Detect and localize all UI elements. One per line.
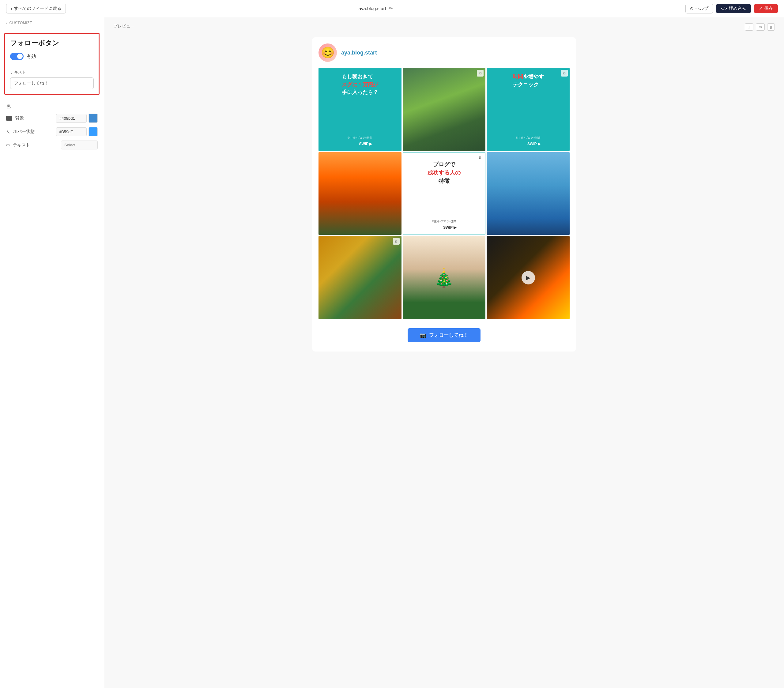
embed-button-label: 埋め込み [729,6,746,12]
bg-color-input-wrap [56,114,98,123]
bg-color-text-input[interactable] [56,114,87,123]
grid-item-7: ⧉ [318,236,402,319]
topbar: ‹ すべてのフィードに戻る aya.blog.start ✏ ⊙ ヘルプ </>… [0,0,784,17]
site-name-label: aya.blog.start [359,6,386,11]
grid-item-9: ▶ [487,236,570,319]
xmas-tree: ★ 🎄 [403,236,486,319]
play-icon: ▶ [522,271,535,285]
copy-icon-2: ⧉ [477,70,484,77]
copy-icon-5: ⧉ [476,154,483,161]
card-swip-3: SWIP ▶ [516,142,540,146]
preview-desktop-icon[interactable]: ⊞ [745,23,753,31]
hover-color-row: ↖ ホバー状態 [6,127,98,136]
back-button[interactable]: ‹ すべてのフィードに戻る [6,4,66,13]
customize-chevron-icon: ‹ [6,21,8,25]
customize-header: ‹ CUSTOMIZE [0,17,104,29]
grid-item-3: 時間を増やすテクニック ⧉ ©主婦×ブログ×開業 SWIP ▶ [487,68,570,151]
color-section: 色 背景 ↖ ホバー状態 ▭ [0,99,104,159]
follow-button[interactable]: 📷 フォローしてね！ [408,328,481,342]
toggle-row: 有効 [10,53,94,60]
follow-button-label: フォローしてね！ [429,332,468,339]
help-button-label: ヘルプ [695,6,708,12]
preview-mobile-icon[interactable]: ▯ [767,23,775,31]
card-copy-3: ©主婦×ブログ×開業 [516,136,540,140]
grid-item-2: ⧉ [403,68,486,151]
preview-toolbar: ⊞ ▭ ▯ [745,23,775,31]
photo-sunset [318,152,402,235]
card-swip-1: SWIP ▶ [348,142,372,146]
customize-label: CUSTOMIZE [10,21,33,25]
text-section-label: テキスト [10,69,94,75]
feed-container: 😊 aya.blog.start もし朝おきてスグに１万円が手に入ったら？ ©主… [312,37,576,352]
checkmark-icon: ✓ [759,6,763,11]
embed-code-icon: </> [721,6,727,11]
text-color-select[interactable] [61,140,98,150]
grid-item-5: ⧉ ブログで成功する人の特徴 ©主婦×ブログ×開業 SWIP ▶ [403,152,486,235]
embed-button[interactable]: </> 埋め込み [716,4,751,13]
card-copy-5: ©主婦×ブログ×開業 [432,219,456,224]
card-swip-5: SWIP ▶ [432,225,456,230]
photo-fire: ▶ [487,236,570,319]
section-title: フォローボタン [10,39,94,48]
color-section-title: 色 [6,104,98,109]
hover-color-swatch[interactable] [89,127,98,136]
main-layout: ‹ CUSTOMIZE フォローボタン 有効 テキスト 色 背景 [0,17,784,688]
card-text-1: もし朝おきてスグに１万円が手に入ったら？ [342,73,378,96]
save-button-label: 保存 [764,6,773,12]
back-button-label: すべてのフィードに戻る [14,6,61,12]
photo-sky [487,152,570,235]
copy-icon-7: ⧉ [393,238,400,245]
toggle-label: 有効 [26,54,36,59]
hover-color-input-wrap [56,127,98,136]
avatar: 😊 [318,43,337,62]
card-copy-1: ©主婦×ブログ×開業 [348,136,372,140]
preview-label: プレビュー [113,23,135,29]
help-circle-icon: ⊙ [690,6,693,11]
copy-icon-3: ⧉ [561,70,568,77]
card-white-5: ⧉ ブログで成功する人の特徴 ©主婦×ブログ×開業 SWIP ▶ [403,152,486,235]
bg-color-label: 背景 [15,115,53,121]
instagram-icon: 📷 [420,332,427,339]
preview-area: プレビュー ⊞ ▭ ▯ 😊 aya.blog.start [104,17,784,688]
text-color-icon: ▭ [6,143,10,147]
feed-username: aya.blog.start [341,49,377,56]
topbar-center: aya.blog.start ✏ [359,5,393,12]
feed-header: 😊 aya.blog.start [318,43,570,62]
back-chevron-icon: ‹ [11,6,12,11]
bg-color-row: 背景 [6,114,98,123]
photo-food: ⧉ [318,236,402,319]
grid-item-1: もし朝おきてスグに１万円が手に入ったら？ ©主婦×ブログ×開業 SWIP ▶ [318,68,402,151]
help-button[interactable]: ⊙ ヘルプ [685,4,713,13]
cursor-icon: ↖ [6,129,10,135]
bg-color-swatch[interactable] [89,114,98,123]
follow-button-wrap: 📷 フォローしてね！ [318,325,570,346]
card-line-5 [438,188,450,188]
enabled-toggle[interactable] [10,53,23,60]
text-color-row: ▭ テキスト [6,140,98,150]
topbar-left: ‹ すべてのフィードに戻る [6,4,66,13]
button-text-input[interactable] [10,77,94,89]
hover-color-label: ホバー状態 [13,129,53,134]
grid-item-6 [487,152,570,235]
card-text-3: 時間を増やすテクニック [513,73,544,89]
photo-xmas: ★ 🎄 [403,236,486,319]
grid-item-8: ★ 🎄 [403,236,486,319]
text-color-label: テキスト [13,142,58,148]
preview-tablet-icon[interactable]: ▭ [756,23,765,31]
topbar-right: ⊙ ヘルプ </> 埋め込み ✓ 保存 [685,4,778,13]
card-teal-1: もし朝おきてスグに１万円が手に入ったら？ ©主婦×ブログ×開業 SWIP ▶ [318,68,402,151]
edit-icon[interactable]: ✏ [389,5,393,12]
card-text-5: ブログで成功する人の特徴 [428,160,461,185]
grid-item-4 [318,152,402,235]
photo-forest: ⧉ [403,68,486,151]
follow-button-section: フォローボタン 有効 テキスト [4,33,99,95]
background-color-icon [6,116,12,121]
feed-grid: もし朝おきてスグに１万円が手に入ったら？ ©主婦×ブログ×開業 SWIP ▶ ⧉ [318,68,570,319]
hover-color-text-input[interactable] [56,127,87,136]
sidebar: ‹ CUSTOMIZE フォローボタン 有効 テキスト 色 背景 [0,17,104,688]
card-teal-3: 時間を増やすテクニック ⧉ ©主婦×ブログ×開業 SWIP ▶ [487,68,570,151]
save-button[interactable]: ✓ 保存 [754,4,778,13]
text-color-input-wrap [61,140,98,150]
